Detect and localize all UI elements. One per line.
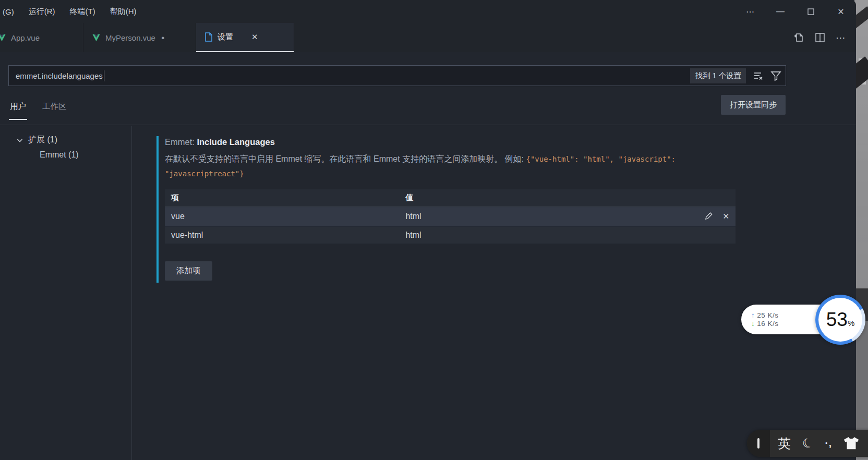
setting-title: Emmet: Include Languages <box>165 133 737 147</box>
download-value: 16 K/s <box>757 320 778 328</box>
setting-description-text: 在默认不受支持的语言中启用 Emmet 缩写。在此语言和 Emmet 支持的语言… <box>165 154 526 163</box>
percent-value: 53 <box>826 309 848 331</box>
table-row[interactable]: vue-html html <box>165 226 736 244</box>
more-actions-icon[interactable]: ⋯ <box>836 32 846 44</box>
edit-row-icon[interactable] <box>704 211 714 223</box>
menu-item-terminal[interactable]: 终端(T) <box>63 0 103 23</box>
open-settings-json-icon[interactable] <box>793 32 804 43</box>
settings-body: 扩展 (1) Emmet (1) Emmet: Include Language… <box>0 126 856 460</box>
title-bar: (G) 运行(R) 终端(T) 帮助(H) ⋯ — ✕ <box>0 0 856 23</box>
column-header-item: 项 <box>171 193 405 203</box>
maximize-button[interactable] <box>795 0 826 23</box>
toc-label: 扩展 (1) <box>28 135 57 146</box>
menu-item-help[interactable]: 帮助(H) <box>103 0 144 23</box>
settings-file-icon <box>204 32 213 42</box>
toc-item-extensions[interactable]: 扩展 (1) <box>16 135 131 146</box>
chevron-down-icon <box>16 137 23 144</box>
close-tab-icon[interactable]: ✕ <box>251 32 258 42</box>
more-menu-icon[interactable]: ⋯ <box>735 0 765 23</box>
setting-description: 在默认不受支持的语言中启用 Emmet 缩写。在此语言和 Emmet 支持的语言… <box>165 152 732 181</box>
settings-scope-tabs: 用户 工作区 <box>9 96 68 120</box>
menu-item-run[interactable]: 运行(R) <box>21 0 63 23</box>
remove-row-icon[interactable]: ✕ <box>722 212 729 221</box>
row-value: html <box>405 212 685 221</box>
add-item-button[interactable]: 添加项 <box>165 261 212 281</box>
ime-toolbar: 英 ☾ ·, <box>747 430 868 457</box>
tab-myperson-vue[interactable]: MyPerson.vue ● <box>83 23 196 52</box>
settings-header: emmet.includelanguages 找到 1 个设置 用户 工作区 打… <box>0 52 856 125</box>
editor-tab-bar: App.vue MyPerson.vue ● 设置 ✕ <box>0 23 856 52</box>
menu-item-goto[interactable]: (G) <box>0 0 21 23</box>
ime-handle-icon <box>757 438 760 449</box>
upload-arrow-icon: ↑ <box>751 311 755 319</box>
close-window-button[interactable]: ✕ <box>826 0 856 23</box>
ime-language-toggle[interactable]: 英 <box>778 435 791 452</box>
tab-label: 设置 <box>218 32 233 42</box>
result-count-badge: 找到 1 个设置 <box>690 68 746 83</box>
desktop-shape <box>854 6 868 31</box>
ime-drag-handle[interactable] <box>747 430 770 457</box>
scope-tab-workspace[interactable]: 工作区 <box>41 96 68 120</box>
include-languages-table: 项 值 vue html ✕ <box>165 189 736 244</box>
tab-label: App.vue <box>11 33 40 42</box>
column-header-value: 值 <box>405 193 685 203</box>
settings-sync-button[interactable]: 打开设置同步 <box>721 95 786 115</box>
table-header-row: 项 值 <box>165 189 736 207</box>
percent-ring-widget: 53 % <box>815 295 865 345</box>
setting-include-languages: Emmet: Include Languages 在默认不受支持的语言中启用 E… <box>156 133 737 281</box>
setting-title-prefix: Emmet: <box>165 137 197 147</box>
row-key: vue-html <box>171 231 405 240</box>
toc-item-emmet[interactable]: Emmet (1) <box>40 150 131 160</box>
table-row[interactable]: vue html ✕ <box>165 207 736 226</box>
scope-tab-user[interactable]: 用户 <box>9 96 27 120</box>
settings-toc: 扩展 (1) Emmet (1) <box>0 126 132 460</box>
text-caret <box>104 70 105 81</box>
percent-sign: % <box>848 319 854 328</box>
modified-indicator-bar <box>156 136 159 283</box>
setting-title-name: Include Languages <box>197 137 274 147</box>
percent-ring-inner: 53 % <box>818 298 862 342</box>
split-editor-icon[interactable] <box>815 32 825 43</box>
vue-file-icon <box>0 34 6 42</box>
search-value: emmet.includelanguages <box>16 71 103 80</box>
row-value: html <box>405 231 685 240</box>
moon-icon[interactable]: ☾ <box>800 434 815 452</box>
vue-file-icon <box>92 34 101 42</box>
menu-bar: (G) 运行(R) 终端(T) 帮助(H) <box>0 0 143 23</box>
clear-filters-icon[interactable] <box>752 70 764 81</box>
row-key: vue <box>171 212 405 221</box>
editor-actions: ⋯ <box>793 23 856 52</box>
desktop-shape <box>854 56 868 91</box>
screen: (G) 运行(R) 终端(T) 帮助(H) ⋯ — ✕ App.vue <box>0 0 868 460</box>
minimize-button[interactable]: — <box>765 0 795 23</box>
vscode-window: (G) 运行(R) 终端(T) 帮助(H) ⋯ — ✕ App.vue <box>0 0 856 460</box>
settings-search-input[interactable]: emmet.includelanguages 找到 1 个设置 <box>8 65 786 86</box>
window-controls: ⋯ — ✕ <box>735 0 856 23</box>
row-actions: ✕ <box>685 211 729 223</box>
punctuation-icon[interactable]: ·, <box>825 438 833 449</box>
tab-label: MyPerson.vue <box>105 33 155 42</box>
tab-app-vue[interactable]: App.vue <box>0 23 83 52</box>
skin-tshirt-icon[interactable] <box>842 435 860 451</box>
search-controls: 找到 1 个设置 <box>690 68 781 83</box>
upload-value: 25 K/s <box>757 311 778 319</box>
download-arrow-icon: ↓ <box>751 320 755 328</box>
unsaved-dot-icon: ● <box>161 34 165 41</box>
tab-settings[interactable]: 设置 ✕ <box>196 23 294 52</box>
filter-icon[interactable] <box>770 70 781 81</box>
desktop-edge <box>854 0 868 460</box>
